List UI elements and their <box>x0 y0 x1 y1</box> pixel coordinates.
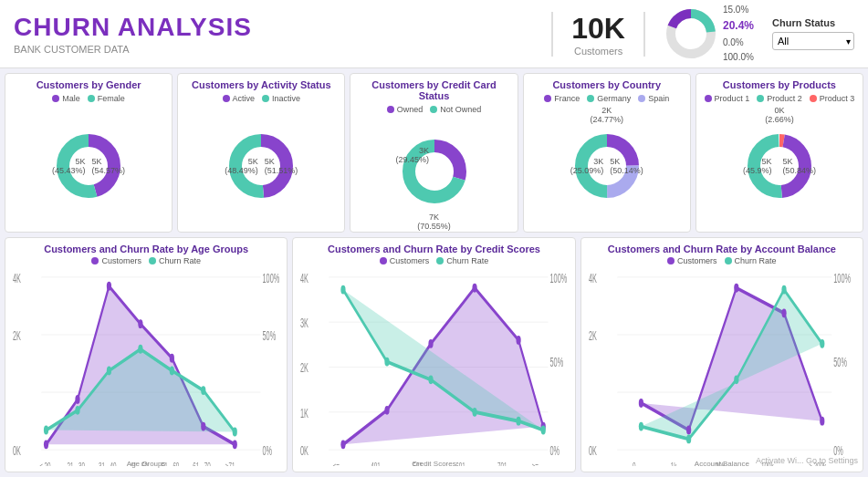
svg-text:601 -: 601 - <box>456 460 469 466</box>
svg-point-63 <box>341 440 346 449</box>
chart-balance: Customers and Churn Rate by Account Bala… <box>580 237 863 472</box>
header-donut <box>664 6 718 61</box>
legend-age-churn: Churn Rate <box>149 256 201 265</box>
svg-text:< 20: < 20 <box>39 460 50 466</box>
legend-germany: Germany <box>587 94 631 103</box>
chart-activity-title: Customers by Activity Status <box>192 79 330 90</box>
chart-balance-legend: Customers Churn Rate <box>589 256 855 265</box>
legend-age-customers: Customers <box>91 256 141 265</box>
kpi-value: 10K <box>571 12 625 46</box>
svg-point-33 <box>233 440 237 449</box>
svg-text:0: 0 <box>633 460 635 466</box>
gender-right-label: 5K(54.57%) <box>92 157 126 175</box>
svg-marker-26 <box>47 349 235 432</box>
svg-text:701 -: 701 - <box>497 460 510 466</box>
svg-point-105 <box>686 434 691 443</box>
svg-point-99 <box>638 399 643 408</box>
credit-left-label: 3K(29.45%) <box>396 146 430 164</box>
dashboard-title: CHURN ANALYSIS <box>14 13 551 42</box>
svg-text:0%: 0% <box>550 444 560 458</box>
svg-point-29 <box>107 282 111 291</box>
pct-bot: 0.0% <box>723 36 754 50</box>
chart-age: Customers and Churn Rate by Age Groups C… <box>5 237 288 472</box>
chart-credit-card-legend: Owned Not Owned <box>387 105 482 114</box>
svg-text:21 - 30: 21 - 30 <box>68 460 85 466</box>
legend-not-owned: Not Owned <box>430 105 481 114</box>
svg-text:100%: 100% <box>833 271 851 285</box>
chart-balance-title: Customers and Churn Rate by Account Bala… <box>589 244 855 254</box>
svg-point-108 <box>820 339 824 348</box>
products-left-label: 5K(45.9%) <box>743 157 772 175</box>
svg-point-39 <box>201 386 205 395</box>
svg-point-28 <box>75 395 79 404</box>
legend-bal-churn: Churn Rate <box>725 256 777 265</box>
chart-products-legend: Product 1 Product 2 Product 3 <box>705 94 855 103</box>
legend-inactive: Inactive <box>262 94 300 103</box>
svg-point-32 <box>201 422 205 431</box>
svg-text:3K: 3K <box>300 316 309 330</box>
country-top-label: 2K(24.77%) <box>590 106 623 124</box>
chart-activity-legend: Active Inactive <box>223 94 301 103</box>
svg-point-30 <box>138 319 142 328</box>
svg-point-106 <box>734 375 738 384</box>
churn-select-wrapper[interactable]: All Churned Not Churned <box>772 32 854 50</box>
svg-point-100 <box>686 426 691 435</box>
svg-point-38 <box>170 367 174 376</box>
age-x-label: Age Groups <box>127 460 166 468</box>
svg-point-70 <box>385 358 390 367</box>
chart-credit-score-title: Customers and Churn Rate by Credit Score… <box>300 244 567 254</box>
legend-product1: Product 1 <box>705 94 750 103</box>
svg-text:0K: 0K <box>589 444 597 458</box>
chart-gender: Customers by Gender Male Female 5K(45.43… <box>5 73 173 233</box>
svg-text:4K: 4K <box>13 271 21 285</box>
chart-age-title: Customers and Churn Rate by Age Groups <box>13 244 279 254</box>
svg-point-65 <box>429 339 434 348</box>
gender-left-label: 5K(45.43%) <box>52 157 86 175</box>
chart-credit-score-area: 4K 3K 2K 1K 0K 100% 50% 0% <box>300 268 567 466</box>
legend-product3: Product 3 <box>810 94 855 103</box>
legend-bal-customers: Customers <box>667 256 717 265</box>
svg-point-31 <box>170 354 174 363</box>
churn-status-select[interactable]: All Churned Not Churned <box>772 32 854 50</box>
svg-point-27 <box>44 440 48 449</box>
svg-text:>=: >= <box>532 460 539 466</box>
svg-point-66 <box>473 284 477 293</box>
bottom-row: Customers and Churn Rate by Age Groups C… <box>5 237 863 472</box>
svg-text:2K: 2K <box>300 361 309 375</box>
svg-point-34 <box>44 426 48 435</box>
chart-gender-legend: Male Female <box>52 94 125 103</box>
country-right-label: 5K(50.14%) <box>610 157 643 175</box>
credit-bottom-label: 7K(70.55%) <box>417 213 451 231</box>
chart-country-title: Customers by Country <box>552 79 661 90</box>
svg-text:1K: 1K <box>300 406 309 420</box>
chart-gender-area: 5K(45.43%) 5K(54.57%) <box>52 106 125 226</box>
svg-text:>71: >71 <box>225 460 235 466</box>
svg-text:4K: 4K <box>589 271 597 285</box>
pct-mid: 20.4% <box>723 17 754 35</box>
kpi-label: Customers <box>571 46 625 57</box>
svg-text:0K: 0K <box>300 444 309 458</box>
legend-active: Active <box>223 94 256 103</box>
svg-text:0%: 0% <box>263 444 273 458</box>
legend-female: Female <box>88 94 125 103</box>
chart-products-area: 0K(2.66%) 5K(45.9%) 5K(50.84%) <box>743 106 816 226</box>
header-right: 10K Customers 15.0% 20.4% 0.0% 100.0% <box>551 3 854 64</box>
svg-text:0K: 0K <box>13 444 21 458</box>
svg-point-35 <box>75 406 79 415</box>
svg-text:1k -: 1k - <box>670 460 679 466</box>
header-left: CHURN ANALYSIS BANK CUSTOMER DATA <box>14 13 551 55</box>
legend-owned: Owned <box>387 105 424 114</box>
country-left-label: 3K(25.09%) <box>570 157 604 175</box>
dashboard-subtitle: BANK CUSTOMER DATA <box>14 44 551 55</box>
svg-text:401 -: 401 - <box>371 460 384 466</box>
chart-credit-score-legend: Customers Churn Rate <box>300 256 567 265</box>
svg-point-67 <box>517 336 521 345</box>
chart-activity: Customers by Activity Status Active Inac… <box>177 73 345 233</box>
svg-text:100%: 100% <box>550 271 568 285</box>
chart-balance-area: 4K 2K 0K 100% 50% 0% <box>589 268 855 466</box>
bal-x-label: Account Balance <box>695 460 749 468</box>
chart-age-legend: Customers Churn Rate <box>13 256 279 265</box>
svg-point-73 <box>517 417 521 426</box>
chart-credit-card-area: 3K(29.45%) 7K(70.55%) <box>398 117 471 226</box>
svg-point-64 <box>385 406 390 415</box>
